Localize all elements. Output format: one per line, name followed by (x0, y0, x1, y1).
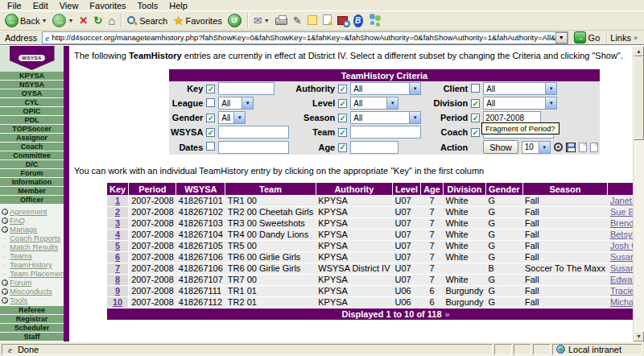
stop-button[interactable]: ✕ (76, 12, 90, 30)
coach-link[interactable]: Susanne M McGill (610, 252, 633, 262)
key-link[interactable]: 8 (115, 275, 120, 284)
report-icon[interactable] (590, 143, 598, 152)
sidebar-item-cyl[interactable]: CYL (0, 98, 64, 106)
period-checkbox[interactable]: ✓ (471, 114, 480, 122)
show-button[interactable]: Show (483, 140, 518, 154)
wsysa-checkbox[interactable]: ✓ (206, 128, 215, 137)
mail-button[interactable]: ✉▼ (251, 12, 272, 30)
sidebar-item-staff[interactable]: Staff (0, 333, 64, 341)
messenger-button[interactable] (366, 12, 385, 30)
key-link[interactable]: 4 (115, 230, 120, 239)
forward-button[interactable]: →▼ (50, 12, 76, 30)
team-input[interactable] (350, 126, 421, 139)
link-misconducts[interactable]: Misconducts (10, 287, 52, 296)
history-button[interactable]: ↺ (225, 12, 244, 30)
link-coach-reports[interactable]: Coach Reports (10, 234, 60, 242)
sidebar-item-topsoccer[interactable]: TOPSoccer (0, 125, 64, 133)
sidebar-item-officer[interactable]: Officer (0, 196, 64, 204)
sidebar-item-nsysa[interactable]: NSYSA (0, 81, 64, 89)
sidebar-item-coach[interactable]: Coach (0, 143, 64, 151)
menu-help[interactable]: Help (163, 1, 193, 10)
links-button[interactable]: Links » (605, 31, 642, 44)
gender-select[interactable]: All▼ (218, 111, 246, 124)
sidebar-item-opic[interactable]: OPIC (0, 107, 64, 115)
scroll-down-button[interactable]: ▼ (634, 331, 644, 342)
league-checkbox[interactable] (206, 98, 215, 107)
team-checkbox[interactable]: ✓ (338, 128, 347, 137)
sidebar-item-member[interactable]: Member (0, 187, 64, 195)
key-link[interactable]: 3 (115, 218, 120, 228)
menu-edit[interactable]: Edit (27, 1, 54, 10)
age-checkbox[interactable]: ✓ (338, 143, 347, 152)
key-checkbox[interactable]: ✓ (206, 85, 215, 93)
sidebar-item-oysa[interactable]: OYSA (0, 89, 64, 97)
coach-link[interactable]: Janet Ring (610, 196, 633, 205)
menu-file[interactable]: File (2, 1, 27, 10)
coach-link[interactable]: Brenda Tyner (610, 218, 633, 228)
sidebar-item-information[interactable]: Information (0, 178, 64, 186)
link-forum[interactable]: Forum (10, 278, 31, 287)
save-icon[interactable] (566, 143, 576, 152)
key-link[interactable]: 9 (115, 286, 120, 296)
dates-input[interactable] (218, 141, 289, 154)
refresh-button[interactable]: ↻ (91, 12, 105, 30)
key-link[interactable]: 5 (115, 241, 120, 250)
key-link[interactable]: 6 (115, 252, 120, 262)
sidebar-item-assignor[interactable]: Assignor (0, 134, 64, 142)
authority-select[interactable]: All▼ (350, 82, 421, 95)
link-manage[interactable]: Manage (10, 225, 37, 234)
client-select[interactable]: All▼ (483, 82, 557, 95)
search-button[interactable]: Search (125, 12, 170, 30)
link-faq[interactable]: FAQ (10, 216, 25, 225)
authority-checkbox[interactable]: ✓ (338, 85, 347, 93)
age-input[interactable] (350, 141, 398, 154)
link-teams[interactable]: Teams (10, 251, 32, 260)
key-link[interactable]: 10 (113, 297, 122, 307)
messenger-star-button[interactable] (320, 12, 334, 30)
key-link[interactable]: 2 (115, 207, 120, 217)
menu-view[interactable]: View (54, 1, 85, 10)
gender-checkbox[interactable]: ✓ (206, 114, 215, 122)
favorites-button[interactable]: ★Favorites (171, 12, 225, 30)
sidebar-item-forum[interactable]: Forum (0, 169, 64, 177)
coach-link[interactable]: Edward A Duarte (610, 275, 633, 284)
client-checkbox[interactable] (471, 84, 480, 93)
season-select[interactable]: All▼ (350, 111, 421, 124)
division-select[interactable]: All▼ (483, 97, 557, 110)
division-checkbox[interactable]: ✓ (471, 99, 480, 108)
coach-link[interactable]: Susanne M McGill (610, 263, 633, 273)
research-button[interactable] (335, 12, 350, 30)
link-match-results[interactable]: Match Results (10, 242, 58, 251)
link-tools[interactable]: Tools (10, 296, 27, 304)
sidebar-item-scheduler[interactable]: Scheduler (0, 324, 64, 332)
print-button[interactable] (273, 12, 290, 30)
coach-link[interactable]: Michael K DeLay (610, 297, 633, 307)
sidebar-item-committee[interactable]: Committee (0, 151, 64, 159)
wsysa-input[interactable] (218, 126, 289, 139)
sidebar-item-registrar[interactable]: Registrar (0, 315, 64, 323)
sidebar-item-kpysa[interactable]: KPYSA (0, 72, 64, 80)
discuss-button[interactable] (305, 12, 320, 30)
home-button[interactable]: ⌂ (105, 12, 118, 30)
coach-checkbox[interactable]: ✓ (471, 128, 480, 137)
next-page-icon[interactable]: » (445, 309, 450, 319)
sidebar-item-pdl[interactable]: PDL (0, 116, 64, 124)
link-team-placement[interactable]: Team Placement (10, 269, 67, 278)
address-input[interactable] (52, 33, 555, 43)
key-link[interactable]: 7 (115, 263, 120, 273)
page-size-select[interactable]: 10▼ (522, 141, 551, 154)
scroll-up-button[interactable]: ▲ (634, 46, 644, 56)
vertical-scrollbar[interactable]: ▲ ▼ (633, 46, 644, 342)
record-icon[interactable] (554, 143, 563, 151)
bluetooth-button[interactable]: B (351, 12, 365, 30)
link-teamhistory[interactable]: TeamHistory (10, 260, 52, 269)
menu-favorites[interactable]: Favorites (84, 1, 131, 10)
level-checkbox[interactable]: ✓ (338, 99, 347, 108)
key-input[interactable] (218, 82, 275, 95)
address-dropdown-button[interactable]: ▼ (555, 32, 568, 43)
coach-link[interactable]: Tracie Lynn Barry (610, 286, 633, 296)
league-select[interactable]: All▼ (218, 97, 254, 110)
sidebar-item-d-c[interactable]: D/C (0, 160, 64, 168)
dates-checkbox[interactable] (206, 142, 215, 151)
season-checkbox[interactable]: ✓ (338, 114, 347, 122)
